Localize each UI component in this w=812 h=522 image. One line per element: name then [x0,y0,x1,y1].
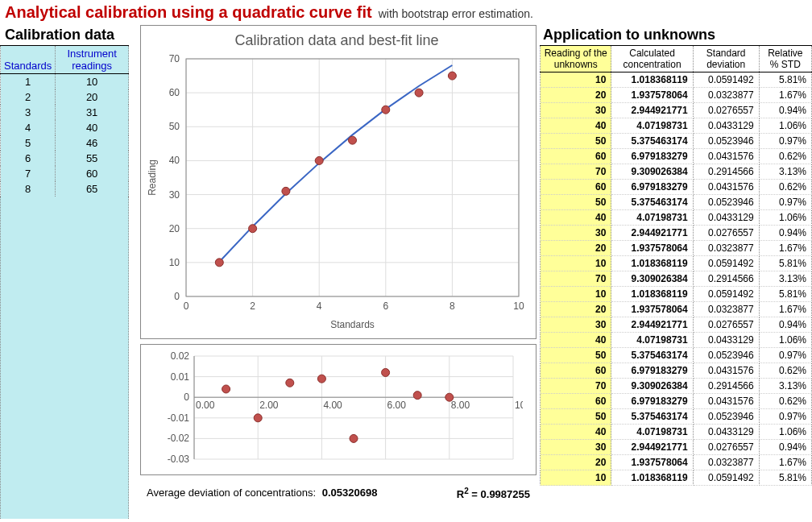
page-title: Analytical calibration using a quadratic… [5,3,372,22]
col-unk-sd: Standard deviation [693,46,759,72]
svg-point-68 [317,375,325,383]
residuals-chart: -0.03-0.02-0.0100.010.020.002.004.006.00… [140,344,536,475]
svg-point-67 [286,379,294,387]
table-row: 101.0183681190.05914925.81% [541,287,812,302]
table-row: 101.0183681190.05914925.81% [541,256,812,271]
table-row: 606.9791832790.04315760.62% [541,394,812,409]
table-row: 606.9791832790.04315760.62% [541,363,812,379]
svg-text:Reading: Reading [147,160,158,196]
svg-point-31 [282,187,290,195]
table-row: 201.9375780640.03238771.67% [541,88,812,103]
table-row: 865 [1,181,129,197]
table-row: 404.071987310.04331291.06% [541,333,812,348]
svg-text:6.00: 6.00 [387,400,407,411]
table-row: 606.9791832790.04315760.62% [541,149,812,164]
table-row: 110 [1,74,129,90]
svg-point-71 [413,392,421,400]
svg-text:Standards: Standards [330,319,375,330]
avg-dev: Average deviation of concentrations: 0.0… [147,487,377,500]
calibration-table: Standards Instrument readings 1102203314… [0,45,129,197]
table-row: 331 [1,105,129,120]
unknowns-table: Reading of the unknowns Calculated conce… [540,45,812,486]
svg-text:0: 0 [184,300,189,312]
svg-point-72 [445,393,454,401]
table-row: 606.9791832790.04315760.62% [541,180,812,195]
svg-text:0.01: 0.01 [171,371,190,383]
r-squared: R2 = 0.9987255 [457,487,530,500]
svg-point-35 [415,89,423,97]
svg-text:20: 20 [169,223,180,234]
col-readings: Instrument readings [56,46,129,74]
svg-point-69 [350,434,358,442]
svg-text:0.00: 0.00 [196,400,215,411]
svg-rect-28 [186,59,519,296]
svg-text:10.00: 10.00 [515,400,523,411]
svg-text:10: 10 [513,300,524,312]
svg-text:0: 0 [174,291,180,302]
table-row: 201.9375780640.03238771.67% [541,241,812,256]
table-row: 709.3090263840.29145663.13% [541,164,812,180]
svg-point-65 [222,385,230,393]
table-row: 709.3090263840.29145663.13% [541,271,812,287]
svg-text:4: 4 [317,300,322,312]
svg-point-32 [315,156,323,164]
table-row: 404.071987310.04331291.06% [541,118,812,134]
svg-text:2.00: 2.00 [259,400,279,411]
svg-text:8: 8 [450,300,455,312]
table-row: 101.0183681190.05914925.81% [541,72,812,88]
table-row: 404.071987310.04331291.06% [541,210,812,226]
table-row: 404.071987310.04331291.06% [541,425,812,440]
unknowns-header: Application to unknowns [540,25,812,45]
main-chart-title: Calibration data and best-fit line [144,29,529,51]
svg-text:4.00: 4.00 [323,400,342,411]
col-unk-reading: Reading of the unknowns [541,46,611,72]
table-row: 201.9375780640.03238771.67% [541,455,812,470]
svg-text:0.02: 0.02 [171,350,190,362]
svg-point-34 [382,106,390,114]
table-row: 101.0183681190.05914925.81% [541,470,812,486]
table-row: 709.3090263840.29145663.13% [541,379,812,394]
col-unk-conc: Calculated concentration [611,46,693,72]
table-row: 440 [1,120,129,135]
table-row: 302.9449217710.02765570.94% [541,317,812,333]
svg-point-33 [349,136,357,144]
page-subtitle: with bootstrap error estimation. [379,7,533,20]
table-row: 505.3754631740.05239460.97% [541,409,812,425]
table-row: 505.3754631740.05239460.97% [541,134,812,149]
svg-text:10: 10 [169,257,180,268]
svg-text:2: 2 [250,300,255,312]
table-row: 302.9449217710.02765570.94% [541,440,812,455]
svg-text:40: 40 [169,155,180,166]
svg-text:-0.02: -0.02 [168,433,190,444]
svg-point-29 [215,259,223,267]
table-row: 201.9375780640.03238771.67% [541,302,812,317]
table-row: 302.9449217710.02765570.94% [541,226,812,241]
svg-text:30: 30 [169,189,180,201]
table-row: 302.9449217710.02765570.94% [541,103,812,118]
table-row: 760 [1,166,129,181]
table-row: 505.3754631740.05239460.97% [541,195,812,210]
svg-text:-0.03: -0.03 [168,454,190,465]
svg-point-66 [254,414,262,422]
svg-text:8.00: 8.00 [451,400,470,411]
svg-text:60: 60 [169,87,180,98]
svg-text:-0.01: -0.01 [168,412,190,424]
svg-text:6: 6 [383,300,388,312]
main-chart: Calibration data and best-fit line 01020… [140,25,536,339]
col-standards: Standards [1,46,56,74]
svg-text:0: 0 [184,392,189,403]
svg-point-70 [382,368,390,376]
table-row: 505.3754631740.05239460.97% [541,348,812,363]
table-row: 220 [1,89,129,105]
table-row: 655 [1,151,129,166]
calibration-header: Calibration data [0,25,137,45]
svg-point-30 [249,225,257,233]
svg-point-36 [448,72,456,80]
svg-text:50: 50 [169,121,180,132]
table-row: 546 [1,135,129,151]
col-unk-relstd: Relative % STD [759,46,811,72]
svg-text:70: 70 [169,53,180,64]
